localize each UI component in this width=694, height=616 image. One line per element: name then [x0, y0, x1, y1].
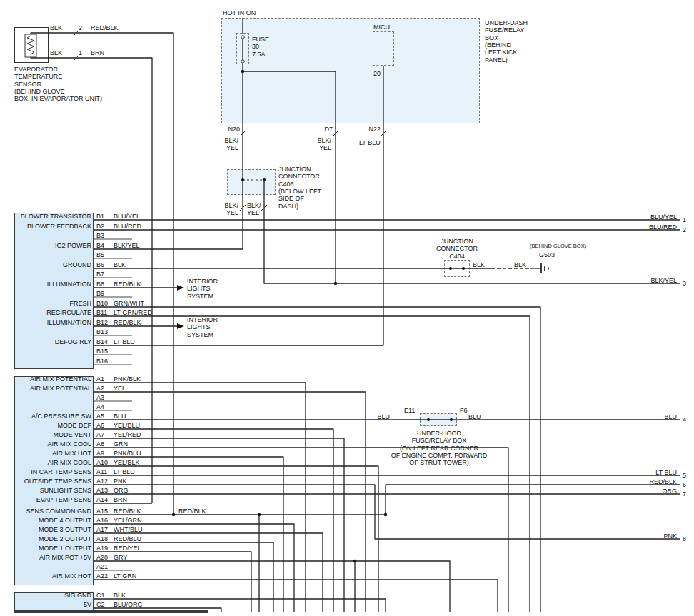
exit-number: 4	[683, 416, 686, 423]
wire-color-label: PNK/BLU	[114, 450, 141, 457]
wire-color-label: BLK/ YEL	[220, 137, 238, 152]
exit-color-label: RED/BLK	[634, 478, 677, 485]
wire-color-label: YEL/BLK	[114, 459, 140, 466]
exit-number: 8	[683, 535, 686, 542]
pin-number: B3	[96, 232, 104, 239]
c404-terminal	[449, 267, 452, 270]
ground-location-label: (BEHIND GLOVE BOX)	[530, 243, 586, 250]
wire-color-label: YEL/RED	[114, 431, 141, 438]
pin-row-a10: AIR MIX COOLA10YEL/BLK	[14, 459, 186, 468]
pin-label-d7: D7	[320, 126, 333, 133]
pin-label-n22: N22	[363, 126, 381, 133]
pin-function-label: IN CAR TEMP SENS	[14, 468, 91, 475]
pin-function-label: DEFOG RLY	[14, 338, 91, 345]
pin-row-b7: B7	[14, 271, 186, 279]
fuse-branch-wire	[243, 71, 336, 123]
pin-function-label: BLOWER TRANSISTOR	[14, 213, 91, 220]
wire-color-label: GRN	[114, 440, 128, 448]
pin-number: A18	[96, 535, 108, 542]
micu-pin-label: 20	[368, 70, 381, 77]
exit-number: 1	[683, 216, 686, 223]
pin-row-a19: MODE 1 OUTPUTA19RED/YEL	[14, 545, 186, 553]
exit-color-label: BLU	[634, 413, 677, 420]
junction-dot	[384, 513, 387, 516]
ground-id-label: G503	[539, 251, 555, 258]
wire-color-label: BLK	[50, 49, 62, 56]
wire-color-label: BLK	[473, 261, 485, 268]
wire-color-label: BLK/ YEL	[313, 137, 331, 152]
pin-number: A21	[96, 563, 108, 570]
pin-row-b3: B3	[14, 232, 186, 241]
pin-row-b11: RECIRCULATEB11LT GRN/RED	[14, 309, 186, 318]
pin-row-b5: B5	[14, 251, 186, 260]
pin-number: 2	[79, 24, 82, 31]
wire-color-label: RED/BLK	[114, 281, 141, 288]
pin-row-b10: FRESHB10GRN/WHT	[14, 300, 186, 308]
pin-number: B7	[96, 271, 104, 278]
exit-color-label: ORG	[634, 488, 677, 495]
hot-in-on-label: HOT IN ON	[223, 9, 256, 16]
wire-color-label: RED/BLK	[91, 24, 119, 31]
pin-number: B14	[96, 338, 108, 345]
pin-row-a16: MODE 4 OUTPUTA16YEL/GRN	[14, 517, 186, 525]
exit-color-label: LT BLU	[634, 469, 677, 476]
junction-dot	[258, 513, 261, 516]
pin-number: A2	[96, 385, 104, 392]
wire-color-label: LT BLU	[359, 139, 381, 146]
pin-number: A7	[96, 431, 104, 438]
pin-function-label: A/C PRESSURE SW	[14, 413, 91, 420]
wire-color-label: BLK/ YEL	[220, 202, 238, 217]
fuse-terminal-bottom	[241, 60, 244, 63]
wire-color-label: BLU/YEL	[114, 213, 140, 220]
pin-function-label: MODE 2 OUTPUT	[14, 535, 91, 542]
pin-number: B9	[96, 290, 104, 297]
pin-row-b8: ILLUMINATIONB8RED/BLK	[14, 281, 186, 289]
pin-number: C2	[96, 601, 105, 608]
wire-color-label: BLU	[468, 413, 481, 420]
pin-number: B11	[96, 309, 107, 316]
pin-function-label: AIR MIX POTENTIAL	[14, 385, 91, 392]
exit-number: 3	[683, 280, 686, 287]
fuse-terminal-top	[241, 36, 244, 39]
pin-function-label: AIR MIX POTENTIAL	[14, 375, 91, 383]
pin-row-a14: EVAP TEMP SENSA14BRN	[14, 496, 186, 505]
pin-number: A10	[96, 459, 108, 466]
pin-function-label: 5V	[14, 601, 91, 608]
wire-color-label: RED/BLK	[114, 319, 141, 326]
wire-color-label: YEL/GRN	[114, 517, 142, 524]
wire-color-label: RED/YEL	[114, 545, 141, 552]
pin-number: A6	[96, 422, 104, 429]
pin-row-a21: A21	[14, 563, 186, 572]
pin-row-c1: SIG GNDC1BLK	[14, 592, 186, 600]
pin-number: A19	[96, 545, 108, 552]
pin-row-a1: AIR MIX POTENTIALA1PNK/BLK	[14, 375, 186, 384]
connector-slashes	[74, 30, 386, 211]
wire-color-label: GRN/WHT	[114, 300, 144, 307]
cutoff-connector-strip	[14, 610, 208, 613]
pin-number: A3	[96, 394, 104, 401]
fuse-label: FUSE 30 7.5A	[252, 36, 269, 58]
micu-label: MICU	[373, 24, 390, 31]
wire-color-label: LT BLU	[114, 338, 135, 345]
f6-terminal	[450, 418, 453, 421]
pin-row-a18: MODE 2 OUTPUTA18RED/BLU	[14, 535, 186, 544]
wire-color-label: BLU/ORG	[114, 601, 143, 608]
pin-number: B8	[96, 281, 104, 288]
pin-number: A20	[96, 554, 108, 561]
interior-lights-label: INTERIOR LIGHTS SYSTEM	[187, 316, 218, 338]
wire-color-label: GRY	[114, 554, 127, 561]
junction-dot	[241, 70, 244, 73]
pin-row-b16: B16	[14, 358, 186, 366]
pin-number: A22	[96, 572, 108, 580]
wire-exit-3	[264, 180, 680, 283]
exit-number: 5	[683, 472, 686, 479]
exit-number: 6	[683, 481, 686, 488]
pin-function-label: MODE DEF	[14, 422, 91, 429]
pin-function-label: ILLUMINATION	[14, 319, 91, 326]
wire-color-label: BLK/YEL	[114, 242, 140, 249]
pin-row-a7: MODE VENTA7YEL/RED	[14, 431, 186, 440]
e11-terminal	[427, 418, 430, 421]
pin-function-label: IG2 POWER	[14, 242, 91, 249]
pin-number: B6	[96, 261, 104, 268]
exit-number: 7	[683, 490, 686, 498]
